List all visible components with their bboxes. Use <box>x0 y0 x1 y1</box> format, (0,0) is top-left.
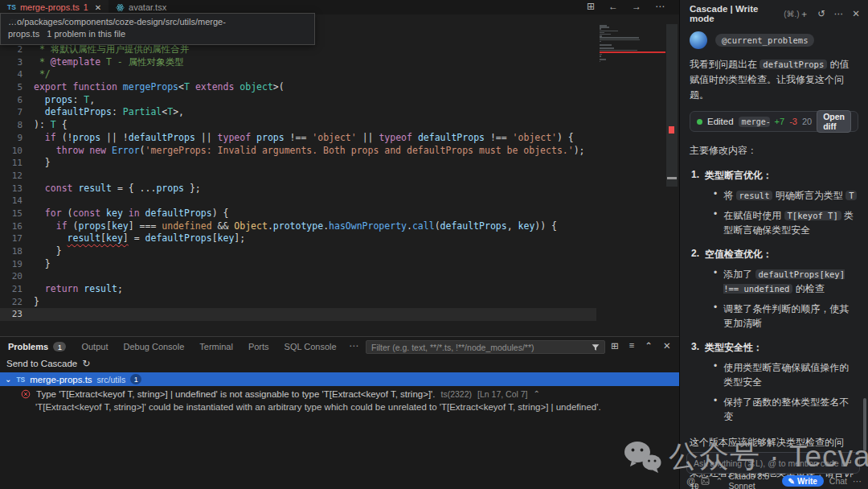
problems-filter-input[interactable]: Filter (e.g. text, **/*.ts, !**/node_mod… <box>366 340 605 354</box>
filter-icon <box>592 343 600 351</box>
problem-detail-row[interactable]: 'T[Extract<keyof T, string>]' could be i… <box>35 401 601 414</box>
forward-icon[interactable]: → <box>632 1 641 12</box>
text-run: 在赋值时使用 <box>723 210 784 221</box>
close-panel-icon[interactable]: ✕ <box>852 8 860 20</box>
panel-maximize-icon[interactable]: ⌃ <box>645 340 653 351</box>
code-line[interactable]: 20 <box>0 270 596 283</box>
problems-file-name: merge-props.ts <box>30 375 92 384</box>
change-section: 1.类型断言优化：•将 result 明确断言为类型 T•在赋值时使用 T[ke… <box>690 169 858 237</box>
code-line[interactable]: 12 <box>0 170 596 183</box>
bullet-text: 在赋值时使用 T[keyof T] 类型断言确保类型安全 <box>723 208 858 237</box>
deletions-count: -3 <box>789 117 797 126</box>
line-number: 14 <box>0 195 23 208</box>
edited-file-name: merge-props.ts <box>739 117 770 127</box>
split-editor-icon[interactable]: ⊞ <box>587 1 595 12</box>
panel-tabs: Problems1OutputDebug ConsoleTerminalPort… <box>8 337 337 356</box>
code-line[interactable]: 21 return result; <box>0 283 596 296</box>
write-mode-toggle[interactable]: ✎ Write <box>782 475 824 487</box>
collapse-detail-icon[interactable]: ⌃ <box>534 389 540 398</box>
code-line[interactable]: 8): T { <box>0 119 596 132</box>
user-message: @current_problems <box>690 31 858 49</box>
line-number: 2 <box>0 43 23 56</box>
tab-problems-badge: 1 <box>84 2 88 12</box>
bullet-item: •保持了函数的整体类型签名不变 <box>690 395 858 424</box>
wechat-icon <box>622 440 662 474</box>
problem-source: ts(2322) <box>441 389 473 399</box>
bullet-text: 将 result 明确断言为类型 T <box>723 188 857 203</box>
panel-tab-terminal[interactable]: Terminal <box>199 342 233 351</box>
code-line[interactable]: 5export function mergeProps<T extends ob… <box>0 81 596 94</box>
mode-more-icon[interactable]: ⋯ <box>853 476 862 487</box>
new-chat-icon[interactable]: ＋ <box>800 8 809 20</box>
code-line[interactable]: 19 } <box>0 258 596 271</box>
panel-tabs-more-icon[interactable]: ⋯ <box>349 340 358 351</box>
code-line[interactable]: 13 const result = { ...props }; <box>0 183 596 195</box>
panel-tab-output[interactable]: Output <box>81 342 108 351</box>
panel-list-icon[interactable]: ≡ <box>629 340 635 351</box>
line-content: */ <box>34 68 51 81</box>
line-number: 19 <box>0 258 23 271</box>
panel-tab-debug-console[interactable]: Debug Console <box>123 342 184 351</box>
open-diff-button[interactable]: Open diff <box>817 110 851 133</box>
code-line[interactable]: 17 result[key] = defaultProps[key]; <box>0 232 596 245</box>
code-line[interactable]: 14 <box>0 195 596 208</box>
line-number: 22 <box>0 296 23 309</box>
more-icon[interactable]: ⋯ <box>834 8 844 20</box>
code-editor[interactable]: 2 * 将默认属性与用户提供的属性合并3 * @template T - 属性对… <box>0 43 596 321</box>
panel-tab-sql-console[interactable]: SQL Console <box>285 342 337 351</box>
panel-tab-problems[interactable]: Problems1 <box>8 342 66 351</box>
line-number: 17 <box>0 232 23 245</box>
problem-message: Type 'T[Extract<keyof T, string>] | unde… <box>36 389 436 399</box>
change-section: 2.空值检查优化：•添加了 defaultProps[key] !== unde… <box>690 248 858 331</box>
error-icon <box>21 389 31 399</box>
line-number: 10 <box>0 145 23 158</box>
history-icon[interactable]: ↺ <box>817 8 825 20</box>
code-line[interactable]: 6 props: T, <box>0 94 596 107</box>
code-line[interactable]: 11 } <box>0 157 596 170</box>
back-icon[interactable]: ← <box>608 1 618 12</box>
code-line[interactable]: 4 */ <box>0 68 596 81</box>
mention-chip[interactable]: @current_problems <box>715 34 814 47</box>
minimap[interactable] <box>600 25 665 64</box>
code-line[interactable]: 9 if (!props || !defaultProps || typeof … <box>0 132 596 145</box>
panel-tab-label: Output <box>81 342 108 351</box>
panel-tab-ports[interactable]: Ports <box>248 342 269 351</box>
react-file-icon <box>116 3 125 12</box>
line-number: 23 <box>0 308 23 321</box>
code-line[interactable]: 23 <box>0 308 596 321</box>
chat-mode-toggle[interactable]: Chat <box>829 476 847 486</box>
image-icon[interactable] <box>701 477 710 486</box>
changes-title: 主要修改内容： <box>690 143 858 158</box>
code-line[interactable]: 10 throw new Error('mergeProps: Invalid … <box>0 145 596 158</box>
model-selector-caret-icon[interactable]: ⌃ <box>715 476 723 487</box>
problems-file-path: src/utils <box>97 375 126 384</box>
section-title: 类型断言优化： <box>705 169 772 183</box>
close-tab-icon[interactable]: ✕ <box>95 3 101 12</box>
bullet-text: 调整了条件判断的顺序，使其更加清晰 <box>723 302 858 331</box>
code-line[interactable]: 2 * 将默认属性与用户提供的属性合并 <box>0 43 596 56</box>
mention-icon[interactable]: @ <box>686 476 695 486</box>
panel-layout-icon[interactable]: ⊞ <box>611 340 619 351</box>
inline-code: T[keyof T] <box>784 211 841 220</box>
more-actions-icon[interactable]: ⋯ <box>655 1 665 12</box>
problem-row[interactable]: Type 'T[Extract<keyof T, string>] | unde… <box>21 387 540 401</box>
bullet-item: •将 result 明确断言为类型 T <box>690 188 858 203</box>
code-line[interactable]: 7 defaultProps: Partial<T>, <box>0 106 596 119</box>
problems-file-row[interactable]: ⌄ TS merge-props.ts src/utils 1 <box>0 372 679 386</box>
write-mode-label: Write <box>797 477 817 486</box>
tooltip-path-2: props.ts <box>8 29 39 39</box>
panel-close-icon[interactable]: ✕ <box>663 340 671 351</box>
problem-detail: 'T[Extract<keyof T, string>]' could be i… <box>35 402 601 412</box>
send-to-cascade-button[interactable]: Send to Cascade ↻ <box>6 358 90 369</box>
code-line[interactable]: 16 if (props[key] === undefined && Objec… <box>0 220 596 233</box>
inline-code: T <box>845 191 857 200</box>
inline-code: defaultProps <box>760 60 827 69</box>
scrollbar[interactable] <box>666 24 678 187</box>
code-line[interactable]: 18 } <box>0 245 596 258</box>
code-line[interactable]: 3 * @template T - 属性对象类型 <box>0 56 596 69</box>
code-line[interactable]: 22} <box>0 296 596 309</box>
code-line[interactable]: 15 for (const key in defaultProps) { <box>0 208 596 220</box>
tab-label: avatar.tsx <box>129 2 166 12</box>
bullet-icon: • <box>714 188 717 203</box>
minimap-line <box>600 50 637 51</box>
